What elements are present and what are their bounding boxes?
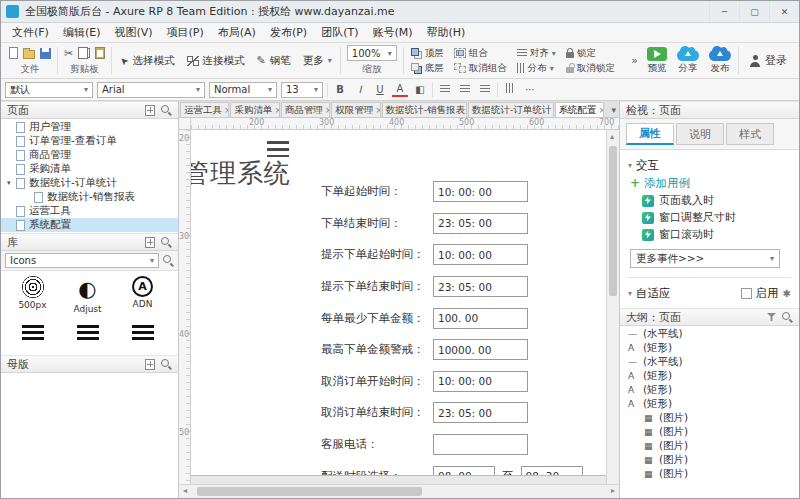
pen-button[interactable]: ✎ 钢笔 (251, 45, 297, 76)
select-mode-button[interactable]: ➤ 选择模式 (114, 45, 180, 76)
form-input-2[interactable]: 08: 30 (521, 466, 583, 476)
page-tree-item[interactable]: 运营工具 (1, 204, 178, 218)
form-input[interactable]: 23: 05: 00 (433, 213, 528, 234)
library-set-select[interactable]: Icons ▾ (5, 253, 159, 268)
library-item[interactable]: 500px (5, 276, 60, 314)
align-center-icon[interactable] (457, 83, 473, 97)
page-tree-item[interactable]: 用户管理 (1, 120, 178, 134)
form-input[interactable]: 08: 00 (433, 466, 495, 476)
font-family-select[interactable]: Arial ▾ (97, 82, 205, 98)
library-item[interactable]: ◐ Adjust (60, 276, 115, 314)
outline-item[interactable]: A (矩形) (620, 341, 799, 355)
more-formats-icon[interactable]: ⋯ (522, 83, 538, 97)
inspector-tab[interactable]: 说明 (676, 123, 724, 145)
tab-close-icon[interactable]: × (325, 105, 330, 115)
form-input[interactable]: 100. 00 (433, 308, 528, 329)
more-events-select[interactable]: 更多事件>>> ▾ (630, 249, 780, 268)
form-input[interactable]: 10: 00: 00 (433, 244, 528, 265)
fill-color-icon[interactable]: ◧ (412, 83, 428, 97)
add-case-link[interactable]: + 添加用例 (628, 174, 791, 192)
menu-item[interactable]: 帮助(H) (420, 23, 473, 42)
document-tab[interactable]: 数据统计-订单统计 × (468, 102, 553, 117)
outline-item[interactable]: ▦ (图片) (620, 439, 799, 453)
page-tree-item[interactable]: 系统配置 (1, 218, 178, 232)
vertical-scrollbar[interactable]: ▴ (606, 130, 619, 484)
font-weight-select[interactable]: Normal ▾ (209, 82, 277, 98)
italic-icon[interactable]: I (352, 83, 368, 97)
underline-icon[interactable]: U (372, 83, 388, 97)
horizontal-scrollbar[interactable]: ◂ ▸ (179, 484, 619, 498)
library-item[interactable]: A ADN (115, 276, 170, 314)
maximize-button[interactable]: ▢ (739, 1, 769, 22)
page-tree-item[interactable]: ▾ 数据统计-订单统计 (1, 176, 178, 190)
document-tab[interactable]: 数据统计-销售报表 × (382, 102, 467, 117)
outline-item[interactable]: A (矩形) (620, 397, 799, 411)
library-item[interactable] (60, 321, 115, 342)
paste-icon[interactable] (95, 47, 105, 59)
menu-item[interactable]: 发布(P) (263, 23, 314, 42)
page-tree-item[interactable]: 采购清单 (1, 162, 178, 176)
hamburger-menu-icon[interactable] (267, 141, 289, 157)
distribute-button[interactable]: 分布 ▾ (515, 62, 558, 75)
add-library-icon[interactable] (145, 237, 155, 248)
unlock-button[interactable]: 取消锁定 (564, 62, 617, 75)
outline-item[interactable]: ▦ (图片) (620, 467, 799, 481)
outline-item[interactable]: A (矩形) (620, 383, 799, 397)
vertical-scroll-thumb[interactable] (609, 146, 617, 296)
more-tools-button[interactable]: 更多 ▾ (297, 45, 338, 76)
page-tree-item[interactable]: 订单管理-查看订单 (1, 134, 178, 148)
library-item[interactable] (5, 321, 60, 342)
bring-to-front-button[interactable]: 顶层 (409, 47, 446, 60)
inspector-tab[interactable]: 属性 (626, 123, 674, 145)
tab-list-icon[interactable]: ▾ (611, 105, 616, 115)
login-button[interactable]: 登录 (741, 45, 795, 76)
share-button[interactable]: 分享 (672, 45, 704, 76)
outline-item[interactable]: ▦ (图片) (620, 425, 799, 439)
form-input[interactable] (433, 434, 528, 455)
menu-item[interactable]: 文件(F) (5, 23, 56, 42)
style-preset-select[interactable]: 默认 ▾ (5, 82, 93, 98)
menu-item[interactable]: 编辑(E) (56, 23, 108, 42)
event-item[interactable]: 窗口滚动时 (628, 226, 791, 243)
outline-item[interactable]: A (矩形) (620, 369, 799, 383)
document-tab[interactable]: 采购清单 × (230, 102, 279, 117)
copy-icon[interactable] (82, 48, 90, 58)
menu-item[interactable]: 账号(M) (365, 23, 419, 42)
tab-close-icon[interactable]: × (274, 105, 279, 115)
search-icon[interactable] (782, 312, 793, 323)
form-input[interactable]: 23: 05: 00 (433, 276, 528, 297)
menu-item[interactable]: 团队(T) (314, 23, 365, 42)
new-file-icon[interactable] (9, 47, 18, 59)
search-icon[interactable] (161, 359, 172, 370)
bullet-list-icon[interactable] (502, 83, 518, 97)
outline-item[interactable]: ▦ (图片) (620, 453, 799, 467)
menu-item[interactable]: 视图(V) (107, 23, 159, 42)
event-item[interactable]: 窗口调整尺寸时 (628, 209, 791, 226)
send-to-back-button[interactable]: 底层 (409, 62, 446, 75)
filter-icon[interactable] (767, 313, 776, 321)
gear-icon[interactable]: ✱ (783, 288, 791, 299)
page-tree-item[interactable]: 商品管理 (1, 148, 178, 162)
publish-button[interactable]: 发布 (704, 45, 736, 76)
enable-checkbox[interactable] (741, 288, 752, 299)
connect-mode-button[interactable]: 连接模式 (181, 45, 251, 76)
library-item[interactable] (115, 321, 170, 342)
form-input[interactable]: 23: 05: 00 (433, 402, 528, 423)
add-page-icon[interactable] (145, 105, 155, 116)
form-input[interactable]: 10000. 00 (433, 339, 528, 360)
align-button[interactable]: 对齐 ▾ (515, 47, 558, 60)
zoom-select[interactable]: 100% ▾ (347, 45, 397, 61)
outline-item[interactable]: — (水平线) (620, 355, 799, 369)
form-input[interactable]: 10: 00: 00 (433, 181, 528, 202)
lock-button[interactable]: 锁定 (564, 47, 617, 60)
outline-item[interactable]: ▦ (图片) (620, 411, 799, 425)
minimize-button[interactable]: ─ (709, 1, 739, 22)
tree-expand-icon[interactable]: ▾ (7, 179, 16, 187)
tab-close-icon[interactable]: × (224, 105, 229, 115)
tab-close-icon[interactable]: × (375, 105, 380, 115)
scroll-up-icon[interactable]: ▴ (610, 132, 614, 141)
font-size-select[interactable]: 13 ▾ (281, 82, 323, 98)
menu-item[interactable]: 布局(A) (211, 23, 263, 42)
form-input[interactable]: 10: 00: 00 (433, 371, 528, 392)
save-icon[interactable] (40, 48, 51, 59)
